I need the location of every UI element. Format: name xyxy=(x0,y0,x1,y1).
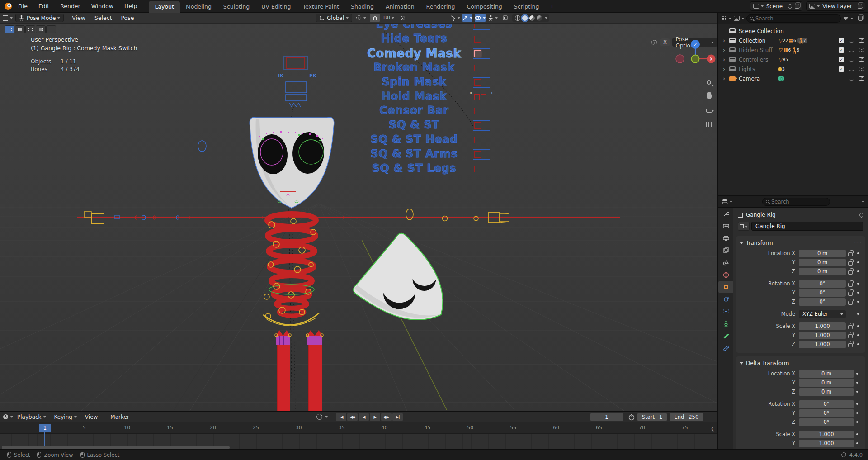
select-subtract-button[interactable] xyxy=(25,25,35,33)
workspace-tab[interactable]: Rendering xyxy=(420,1,461,13)
bone-switch-checkbox[interactable] xyxy=(473,63,490,73)
tab-object[interactable] xyxy=(718,281,733,293)
editor-type-dropdown[interactable] xyxy=(3,14,13,22)
tab-object-data[interactable] xyxy=(718,318,733,330)
play-reverse-button[interactable]: ◀ xyxy=(359,413,369,421)
animate-dot[interactable] xyxy=(854,433,860,435)
hide-eye-toggle[interactable] xyxy=(849,48,854,52)
new-view-layer-icon[interactable] xyxy=(858,4,862,9)
properties-search[interactable] xyxy=(762,198,830,206)
row-name[interactable]: Hidden Stuff xyxy=(739,47,773,53)
viewport-menu[interactable]: View xyxy=(67,14,90,21)
switch-square[interactable] xyxy=(474,166,481,172)
bone-switch-checkbox[interactable] xyxy=(473,48,490,59)
lock-icon[interactable] xyxy=(846,268,855,275)
workspace-tab[interactable]: UV Editing xyxy=(255,1,297,13)
value-field[interactable]: 0 m xyxy=(799,370,854,378)
timeline-ruler[interactable]: 051015202530354045505560657075 xyxy=(0,422,717,434)
legs[interactable] xyxy=(275,330,323,411)
shading-wireframe-button[interactable] xyxy=(515,15,520,21)
select-set-button[interactable] xyxy=(5,25,14,33)
animate-dot[interactable] xyxy=(855,334,861,336)
lock-icon[interactable] xyxy=(846,289,855,296)
bone-list-item[interactable]: Broken Mask xyxy=(356,61,497,76)
drag-dots-icon[interactable]: :::: xyxy=(854,241,862,245)
value-field[interactable]: 0° xyxy=(799,400,854,408)
bone-switch-checkbox[interactable] xyxy=(473,106,490,116)
select-intersect-button[interactable] xyxy=(46,25,56,33)
select-extend-button[interactable] xyxy=(15,25,25,33)
row-name[interactable]: Scene Collection xyxy=(739,28,784,34)
bone-list-item[interactable]: SQ & ST xyxy=(356,119,497,133)
switch-square[interactable] xyxy=(474,65,481,71)
animate-dot[interactable] xyxy=(855,261,861,263)
animate-dot[interactable] xyxy=(855,313,861,315)
value-field[interactable]: 0° xyxy=(799,289,846,297)
shading-rendered-button[interactable] xyxy=(537,15,542,21)
select-invert-button[interactable] xyxy=(36,25,46,33)
workspace-tab[interactable]: Layout xyxy=(149,1,180,13)
next-keyframe-button[interactable]: ◆▶ xyxy=(381,413,392,421)
outliner-row[interactable]: › Lights 3 ✓ xyxy=(718,64,868,74)
menu-item[interactable]: File xyxy=(13,0,33,12)
outliner-filter-id-dropdown[interactable] xyxy=(734,14,744,23)
bone-list-item[interactable]: Hold Mask R L xyxy=(356,90,497,104)
tab-scene[interactable] xyxy=(718,256,733,269)
disable-render-toggle[interactable] xyxy=(859,76,864,81)
row-name[interactable]: Collection xyxy=(739,38,765,44)
bone-label[interactable]: Broken Mask xyxy=(356,61,472,74)
tab-output[interactable] xyxy=(718,232,733,244)
animate-dot[interactable] xyxy=(855,343,861,345)
lock-icon[interactable] xyxy=(846,259,855,266)
move-view-button[interactable] xyxy=(703,91,714,102)
outliner-row[interactable]: › Controllers 85 ✓ xyxy=(718,55,868,64)
region-collapse-arrow[interactable]: ❮ xyxy=(711,426,714,431)
pin-id-icon[interactable] xyxy=(859,212,864,218)
outliner-row[interactable]: › Hidden Stuff 6 6 ✓ xyxy=(718,45,868,55)
mode-dropdown[interactable]: Pose Mode xyxy=(15,14,64,22)
workspace-tab[interactable]: Shading xyxy=(345,1,380,13)
keying-dropdown[interactable] xyxy=(325,416,328,419)
animate-dot[interactable] xyxy=(854,403,860,405)
value-field[interactable]: 0° xyxy=(799,418,854,426)
lock-icon[interactable] xyxy=(846,332,855,338)
value-field[interactable]: XYZ Euler xyxy=(799,310,846,318)
bone-switch-checkbox[interactable]: R L xyxy=(473,92,490,102)
disable-render-toggle[interactable] xyxy=(859,67,864,71)
row-name[interactable]: Camera xyxy=(739,76,760,82)
prev-keyframe-button[interactable]: ◀◆ xyxy=(347,413,358,421)
outliner-search-input[interactable] xyxy=(755,15,837,22)
current-frame-field[interactable]: 1 xyxy=(590,413,623,421)
jump-to-end-button[interactable]: ▶| xyxy=(392,413,403,421)
viewport-menu[interactable]: Select xyxy=(90,14,117,21)
shading-solid-button[interactable] xyxy=(522,15,528,21)
switch-square[interactable] xyxy=(474,50,481,57)
toggle-ortho-button[interactable] xyxy=(703,119,714,130)
bone-list-item[interactable]: Hide Tears xyxy=(356,32,497,47)
animate-dot[interactable] xyxy=(855,283,861,285)
disable-render-toggle[interactable] xyxy=(859,57,864,62)
animate-dot[interactable] xyxy=(854,391,860,393)
value-field[interactable]: 1.000 xyxy=(799,332,846,339)
lock-icon[interactable] xyxy=(846,299,855,305)
bone-list-item[interactable]: SQ & ST Head xyxy=(356,133,497,147)
workspace-tab[interactable]: Modeling xyxy=(180,1,217,13)
timeline-menu[interactable]: Keying xyxy=(50,414,81,420)
proportional-edit-dropdown[interactable] xyxy=(398,14,408,22)
current-frame-badge[interactable]: 1 xyxy=(39,424,51,432)
bone-switch-checkbox[interactable] xyxy=(473,120,490,131)
value-field[interactable]: 0 m xyxy=(799,388,854,396)
exclude-checkbox[interactable]: ✓ xyxy=(839,57,844,62)
disable-render-toggle[interactable] xyxy=(859,38,864,43)
bone-switch-checkbox[interactable] xyxy=(473,77,490,88)
gizmos-toggle[interactable] xyxy=(462,14,472,22)
hide-eye-toggle[interactable] xyxy=(849,67,854,71)
bone-label[interactable]: Censor Bar xyxy=(356,104,472,117)
tab-physics[interactable] xyxy=(718,293,733,305)
snap-toggle[interactable] xyxy=(370,14,380,22)
zoom-view-button[interactable] xyxy=(703,77,714,88)
tab-bone-constraints[interactable] xyxy=(718,342,733,354)
gangle-character[interactable] xyxy=(198,117,334,411)
outliner-search[interactable] xyxy=(746,14,841,23)
overlays-toggle[interactable] xyxy=(475,14,486,22)
